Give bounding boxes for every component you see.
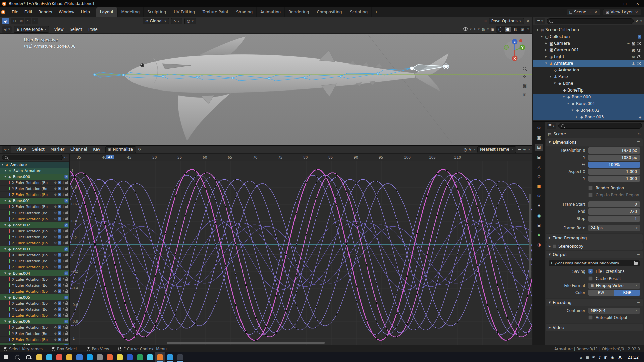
gizmo-axis-neg-x[interactable]: [519, 39, 522, 42]
panel-time-remapping-header[interactable]: ▶ Time Remapping: [546, 234, 643, 242]
unlink-scene-icon[interactable]: ✕: [594, 10, 598, 14]
current-frame-badge[interactable]: 41: [106, 155, 114, 159]
taskbar-app-edge[interactable]: [44, 352, 54, 362]
checkbox-crop-to-render-region[interactable]: [588, 193, 593, 197]
expand-toggle-icon[interactable]: ▼: [4, 248, 8, 250]
field-step[interactable]: 1: [588, 216, 640, 222]
vp-menu-select[interactable]: Select: [67, 27, 85, 32]
taskbar-app-terminal[interactable]: [175, 352, 185, 362]
channel-fcurve-z-euler-rotation-bo[interactable]: Z Euler Rotation (Bo⚙✓♪: [0, 240, 69, 246]
eye-icon[interactable]: [637, 49, 641, 52]
channel-enable-checkbox[interactable]: ✓: [58, 283, 61, 287]
mute-speaker-icon[interactable]: ♪: [62, 338, 64, 341]
expand-toggle-icon[interactable]: ▶: [544, 49, 548, 51]
viewport-3d-scene[interactable]: [0, 34, 532, 145]
filter-funnel-icon[interactable]: ∇: [469, 147, 471, 152]
lock-icon[interactable]: [65, 279, 68, 281]
field-resolution-x[interactable]: 1920 px: [588, 147, 640, 154]
tray-icon-5[interactable]: ◉: [611, 355, 614, 359]
channel-group-bone-005[interactable]: ▼◆Bone.005✓: [0, 294, 69, 300]
outliner-row-bone-000[interactable]: ▼◆Bone.000: [533, 94, 644, 100]
workspace-tab-scripting[interactable]: Scripting: [346, 7, 372, 17]
outliner-row-bonetip[interactable]: ◆BoneTip: [533, 87, 644, 94]
channel-enable-checkbox[interactable]: ✓: [64, 296, 68, 299]
shading-rendered-button[interactable]: ◉: [520, 27, 526, 32]
channel-action-swim-armature[interactable]: ▼◇Swim_Armature: [0, 168, 69, 174]
properties-tab-particles[interactable]: ✱: [535, 202, 543, 209]
output-path-field[interactable]: E:\SeaFish\Kihada\turbo\KihadaSwim: [549, 260, 640, 266]
select-mode-tweak-button[interactable]: ⊡: [11, 18, 18, 24]
mute-speaker-icon[interactable]: ♪: [62, 265, 64, 269]
outliner-row-bone-001[interactable]: ▼◆Bone.001: [533, 100, 644, 107]
channel-enable-checkbox[interactable]: ✓: [58, 193, 61, 196]
channel-group-bone-004[interactable]: ▼◆Bone.004✓: [0, 270, 69, 276]
snap-toggle[interactable]: ∩∨: [171, 18, 182, 24]
mute-speaker-icon[interactable]: ♪: [62, 253, 64, 257]
select-file-format[interactable]: ▦FFmpeg Video∨: [588, 283, 640, 289]
mute-speaker-icon[interactable]: ♪: [62, 290, 64, 293]
taskbar-app-blender[interactable]: [155, 352, 165, 362]
channel-fcurve-y-euler-rotation-bo[interactable]: Y Euler Rotation (Bo⚙✓♪: [0, 186, 69, 192]
channel-fcurve-z-euler-rotation-bo[interactable]: Z Euler Rotation (Bo⚙✓♪: [0, 337, 69, 343]
panel-menu-icon[interactable]: ≡: [637, 300, 640, 305]
expand-toggle-icon[interactable]: ▼: [4, 296, 8, 299]
properties-tab-world[interactable]: ⊕: [535, 173, 543, 180]
grid-snap-icon[interactable]: ⊞: [484, 19, 487, 23]
channel-enable-checkbox[interactable]: ✓: [58, 289, 61, 293]
checkbox-icon[interactable]: ✓: [638, 35, 641, 39]
outliner-row-light[interactable]: ▶◎Light◎: [533, 53, 644, 60]
lock-icon[interactable]: [65, 309, 68, 311]
start-button[interactable]: [0, 352, 11, 362]
channel-enable-checkbox[interactable]: ✓: [64, 199, 68, 203]
mute-speaker-icon[interactable]: ♪: [62, 217, 64, 221]
modifier-icon[interactable]: ⚙: [54, 338, 57, 341]
tray-icon-1[interactable]: ▦: [586, 355, 589, 359]
stereoscopy-checkbox[interactable]: [553, 244, 556, 248]
menu-render[interactable]: Render: [35, 7, 56, 17]
outliner-row-pose[interactable]: ▼♟Pose: [533, 73, 644, 80]
workspace-tab-shading[interactable]: Shading: [232, 7, 257, 17]
field-resolution-percentage[interactable]: 100%: [588, 162, 640, 168]
expand-toggle-icon[interactable]: ▶: [544, 55, 548, 58]
modifier-icon[interactable]: ⚙: [54, 253, 57, 257]
mute-speaker-icon[interactable]: ♪: [62, 187, 64, 190]
lock-icon[interactable]: [65, 291, 68, 293]
select-mode-circle-button[interactable]: ◌: [25, 18, 31, 24]
taskbar-app-photos[interactable]: [145, 352, 155, 362]
expand-toggle-icon[interactable]: ▼: [2, 163, 6, 166]
channel-enable-checkbox[interactable]: ✓: [58, 241, 61, 245]
channel-fcurve-x-euler-rotation-bo[interactable]: X Euler Rotation (Bo⚙✓♪: [0, 252, 69, 258]
shading-solid-button[interactable]: ●: [505, 27, 511, 32]
channel-enable-checkbox[interactable]: ✓: [58, 277, 61, 281]
outliner-row-animation[interactable]: ◇Animation: [533, 67, 644, 73]
channel-fcurve-z-euler-rotation-bo[interactable]: Z Euler Rotation (Bo⚙✓♪: [0, 312, 69, 318]
select-mode-box-button[interactable]: ▧: [18, 18, 24, 24]
zoom-icon[interactable]: [523, 67, 526, 70]
modifier-icon[interactable]: ⚙: [54, 290, 57, 293]
fcurve-canvas[interactable]: [70, 161, 532, 345]
expand-toggle-icon[interactable]: ▼: [4, 199, 8, 202]
horizontal-scrollbar[interactable]: [167, 342, 325, 344]
channel-enable-checkbox[interactable]: ✓: [58, 253, 61, 257]
link-icon[interactable]: ∞: [627, 42, 630, 45]
folder-icon[interactable]: [634, 262, 638, 265]
channel-fcurve-x-euler-rotation-bo[interactable]: X Euler Rotation (Bo⚙✓♪: [0, 324, 69, 330]
expand-toggle-icon[interactable]: ▼: [570, 109, 575, 112]
properties-tab-modifiers[interactable]: ⚙: [535, 192, 543, 200]
overlays-toggle-icon[interactable]: ◍: [482, 27, 485, 32]
mute-speaker-icon[interactable]: ♪: [62, 211, 64, 215]
lock-icon[interactable]: [65, 206, 68, 208]
expand-toggle-icon[interactable]: ▼: [5, 169, 9, 172]
outliner-filter-icon[interactable]: ∇: [636, 19, 638, 23]
channel-fcurve-x-euler-rotation-bo[interactable]: X Euler Rotation (Bo⚙✓♪: [0, 204, 69, 210]
channel-enable-checkbox[interactable]: ✓: [64, 175, 68, 179]
outliner-row-scene-collection[interactable]: ▼▤Scene Collection: [533, 26, 644, 33]
modifier-icon[interactable]: ⚙: [54, 181, 57, 184]
new-scene-icon[interactable]: ⊞: [588, 10, 592, 14]
channel-object-armature[interactable]: ▼♟Armature: [0, 162, 69, 168]
menu-help[interactable]: Help: [77, 7, 93, 17]
taskbar-app-folder[interactable]: [64, 352, 74, 362]
channel-group-bone-002[interactable]: ▼◆Bone.002✓: [0, 222, 69, 228]
channel-group-bone-003[interactable]: ▼◆Bone.003✓: [0, 246, 69, 252]
channel-fcurve-z-euler-rotation-bo[interactable]: Z Euler Rotation (Bo⚙✓♪: [0, 288, 69, 294]
